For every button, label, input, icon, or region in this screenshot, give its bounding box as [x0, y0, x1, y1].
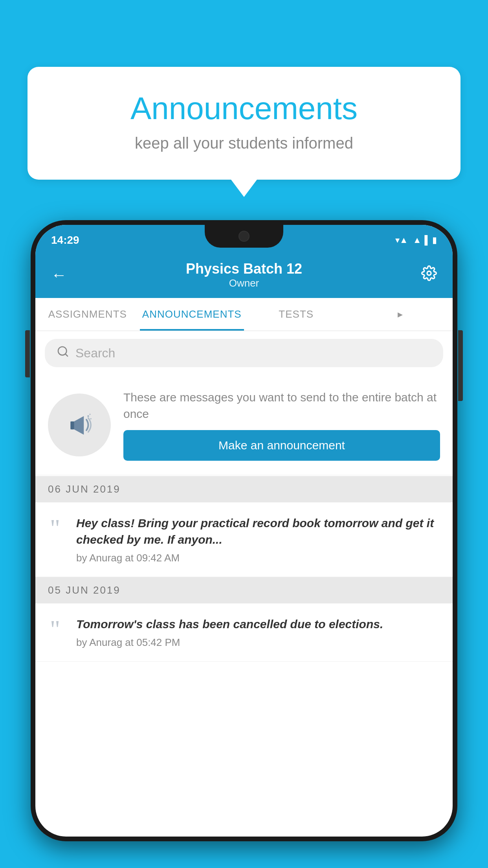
svg-point-0 [427, 271, 431, 275]
header-title: Physics Batch 12 [67, 261, 421, 277]
phone-outer: 14:29 ▾▲ ▲▐ ▮ ← Physics Batch 12 Owner [31, 220, 457, 841]
screen-content: Search [35, 331, 453, 837]
notch [205, 225, 283, 248]
status-time: 14:29 [51, 234, 79, 246]
back-button[interactable]: ← [51, 266, 67, 284]
announcement-description: These are messages you want to send to t… [123, 389, 440, 422]
svg-point-6 [89, 414, 90, 415]
announcement-meta-1: by Anurag at 09:42 AM [76, 552, 440, 564]
search-bar: Search [35, 331, 453, 375]
phone: 14:29 ▾▲ ▲▐ ▮ ← Physics Batch 12 Owner [31, 220, 457, 841]
svg-rect-3 [71, 421, 74, 429]
date-divider-2: 05 JUN 2019 [35, 577, 453, 603]
tab-announcements[interactable]: ANNOUNCEMENTS [140, 298, 244, 331]
tabs-bar: ASSIGNMENTS ANNOUNCEMENTS TESTS ▸ [35, 298, 453, 331]
tab-tests[interactable]: TESTS [244, 298, 349, 331]
svg-point-4 [87, 415, 89, 417]
header-subtitle: Owner [67, 277, 421, 289]
camera [238, 231, 250, 242]
svg-point-5 [90, 418, 92, 419]
battery-icon: ▮ [432, 235, 437, 245]
announcement-text-2: Tomorrow's class has been cancelled due … [76, 616, 440, 633]
quote-icon-2: " [43, 619, 67, 639]
gear-button[interactable] [421, 265, 437, 285]
make-announcement-button[interactable]: Make an announcement [123, 430, 440, 461]
search-inner[interactable]: Search [45, 339, 443, 367]
header-title-area: Physics Batch 12 Owner [67, 261, 421, 289]
search-icon [57, 345, 69, 361]
signal-icon: ▲▐ [413, 235, 427, 245]
svg-line-2 [65, 354, 68, 356]
announcement-meta-2: by Anurag at 05:42 PM [76, 636, 440, 649]
announcement-icon-circle [48, 394, 111, 456]
tab-more[interactable]: ▸ [349, 298, 453, 331]
announcement-item-2: " Tomorrow's class has been cancelled du… [35, 603, 453, 662]
speech-bubble-section: Announcements keep all your students inf… [28, 67, 460, 180]
speech-bubble: Announcements keep all your students inf… [28, 67, 460, 180]
tab-assignments[interactable]: ASSIGNMENTS [35, 298, 140, 331]
speech-bubble-subtitle: keep all your students informed [59, 134, 429, 152]
announcement-content-1: Hey class! Bring your practical record b… [76, 515, 440, 564]
announcement-text-1: Hey class! Bring your practical record b… [76, 515, 440, 548]
power-button [458, 330, 463, 401]
wifi-icon: ▾▲ [395, 235, 408, 245]
volume-button [25, 330, 30, 377]
search-placeholder: Search [75, 346, 115, 360]
phone-screen: 14:29 ▾▲ ▲▐ ▮ ← Physics Batch 12 Owner [35, 225, 453, 837]
announcement-item-1: " Hey class! Bring your practical record… [35, 502, 453, 577]
announcement-content-2: Tomorrow's class has been cancelled due … [76, 616, 440, 649]
status-icons: ▾▲ ▲▐ ▮ [395, 235, 437, 245]
announcement-intro-card: These are messages you want to send to t… [35, 375, 453, 475]
announcement-right: These are messages you want to send to t… [123, 389, 440, 461]
app-header: ← Physics Batch 12 Owner [35, 252, 453, 298]
date-divider-1: 06 JUN 2019 [35, 476, 453, 502]
speech-bubble-title: Announcements [59, 90, 429, 127]
quote-icon-1: " [43, 518, 67, 538]
